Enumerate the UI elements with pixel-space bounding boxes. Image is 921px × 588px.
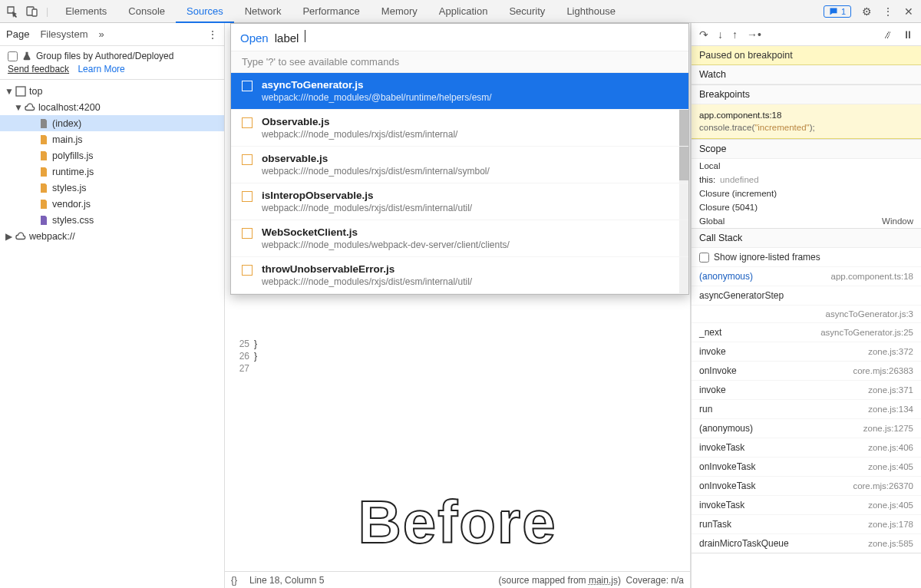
command-menu: Open label Type '?' to see available com… (230, 23, 689, 295)
callstack-section[interactable]: Call Stack (692, 229, 921, 248)
command-item[interactable]: asyncToGenerator.jswebpack:///node_modul… (231, 73, 688, 110)
stack-frame[interactable]: drainMicroTaskQueuezone.js:585 (692, 533, 921, 553)
command-item[interactable]: throwUnobservableError.jswebpack:///node… (231, 257, 688, 294)
flask-icon (22, 51, 31, 61)
group-files-checkbox[interactable]: Group files by Authored/Deployed (8, 51, 216, 61)
svg-rect-1 (32, 9, 37, 16)
kebab-icon[interactable]: ⋮ (883, 5, 893, 18)
stack-frame[interactable]: invokezone.js:371 (692, 380, 921, 399)
tab-memory[interactable]: Memory (371, 0, 428, 23)
deactivate-breakpoints-icon[interactable]: ⫽ (883, 28, 893, 41)
tree-item[interactable]: ▼top (0, 83, 224, 99)
pause-icon[interactable]: ⏸ (903, 28, 913, 41)
tab-sources[interactable]: Sources (176, 0, 234, 23)
tab-console[interactable]: Console (117, 0, 176, 23)
stack-frame[interactable]: asyncToGenerator.js:3 (692, 305, 921, 322)
tree-item[interactable]: main.js (0, 131, 224, 147)
stack-frame[interactable]: (anonymous)zone.js:1275 (692, 418, 921, 438)
scope-row[interactable]: Closure (5041) (692, 200, 921, 214)
tree-item[interactable]: ▶webpack:// (0, 228, 224, 244)
scope-row[interactable]: GlobalWindow (692, 214, 921, 228)
ignore-listed-checkbox[interactable]: Show ignore-listed frames (692, 248, 921, 266)
stack-frame[interactable]: (anonymous)app.component.ts:18 (692, 266, 921, 286)
devtools-tab-strip: | ElementsConsoleSourcesNetworkPerforman… (0, 0, 921, 23)
more-tabs-icon[interactable]: » (99, 28, 104, 40)
step-out-icon[interactable]: →• (747, 28, 761, 41)
stack-frame[interactable]: runzone.js:134 (692, 399, 921, 418)
stack-frame[interactable]: onInvokeTaskcore.mjs:26370 (692, 476, 921, 495)
command-help: Type '?' to see available commands (231, 51, 688, 73)
command-item[interactable]: WebSocketClient.jswebpack:///node_module… (231, 220, 688, 257)
tree-item[interactable]: ▼localhost:4200 (0, 99, 224, 115)
before-overlay: Before (358, 487, 556, 557)
source-map-info: (source mapped from main.js) Coverage: n… (499, 575, 684, 586)
scope-row[interactable]: this:undefined (692, 173, 921, 187)
tree-item[interactable]: polyfills.js (0, 147, 224, 164)
tab-lighthouse[interactable]: Lighthouse (556, 0, 626, 23)
breakpoint-item[interactable]: app.component.ts:18 console.trace("incre… (692, 104, 921, 139)
inspect-icon[interactable] (6, 5, 18, 18)
command-item[interactable]: observable.jswebpack:///node_modules/rxj… (231, 147, 688, 183)
tab-security[interactable]: Security (498, 0, 556, 23)
tab-network[interactable]: Network (234, 0, 292, 23)
file-tree: ▼top▼localhost:4200(index)main.jspolyfil… (0, 80, 224, 247)
scope-section[interactable]: Scope (692, 140, 921, 159)
messages-count: 1 (841, 7, 846, 16)
step-over-icon[interactable]: ↓ (718, 28, 723, 41)
stack-frame[interactable]: _nextasyncToGenerator.js:25 (692, 322, 921, 342)
svg-rect-2 (16, 87, 25, 96)
editor-status-bar: {} Line 18, Column 5 (source mapped from… (225, 571, 690, 588)
command-input[interactable]: Open label (231, 24, 688, 51)
step-into-icon[interactable]: ↑ (732, 28, 738, 41)
stack-frame[interactable]: invokeTaskzone.js:405 (692, 495, 921, 514)
close-icon[interactable]: ✕ (904, 5, 913, 18)
command-item[interactable]: Observable.jswebpack:///node_modules/rxj… (231, 110, 688, 147)
tree-item[interactable]: (index) (0, 115, 224, 131)
cursor-position: Line 18, Column 5 (249, 575, 324, 586)
pretty-print-icon[interactable]: {} (231, 575, 237, 586)
stack-frame[interactable]: onInvokeTaskzone.js:405 (692, 457, 921, 476)
tree-item[interactable]: styles.css (0, 212, 224, 228)
tab-performance[interactable]: Performance (292, 0, 370, 23)
stack-frame[interactable]: runTaskzone.js:178 (692, 514, 921, 533)
scope-row[interactable]: Local (692, 159, 921, 173)
command-item[interactable]: isInteropObservable.jswebpack:///node_mo… (231, 183, 688, 220)
gear-icon[interactable]: ⚙ (862, 5, 872, 18)
send-feedback-link[interactable]: Send feedback (8, 64, 69, 74)
device-toggle-icon[interactable] (26, 5, 38, 18)
resume-icon[interactable]: ↷ (699, 28, 708, 41)
debugger-panel: ↷ ↓ ↑ →• ⫽ ⏸ Paused on breakpoint Watch … (691, 23, 921, 588)
learn-more-link[interactable]: Learn More (78, 64, 124, 74)
sources-navigator: Page Filesystem » ⋮ Group files by Autho… (0, 23, 225, 588)
stack-frame[interactable]: asyncGeneratorStep (692, 286, 921, 305)
messages-badge[interactable]: 1 (824, 5, 851, 18)
tree-item[interactable]: vendor.js (0, 196, 224, 212)
stack-frame[interactable]: onInvokecore.mjs:26383 (692, 361, 921, 380)
watch-section[interactable]: Watch (692, 65, 921, 84)
scope-row[interactable]: Closure (increment) (692, 187, 921, 200)
stack-frame[interactable]: invokezone.js:372 (692, 342, 921, 361)
tree-item[interactable]: styles.js (0, 180, 224, 196)
tab-elements[interactable]: Elements (54, 0, 117, 23)
pause-banner: Paused on breakpoint (692, 46, 921, 65)
page-tab[interactable]: Page (6, 28, 29, 40)
tree-item[interactable]: runtime.js (0, 164, 224, 180)
navigator-menu-icon[interactable]: ⋮ (207, 28, 218, 41)
breakpoints-section[interactable]: Breakpoints (692, 85, 921, 104)
stack-frame[interactable]: invokeTaskzone.js:406 (692, 438, 921, 457)
tab-application[interactable]: Application (428, 0, 499, 23)
filesystem-tab[interactable]: Filesystem (40, 28, 87, 40)
